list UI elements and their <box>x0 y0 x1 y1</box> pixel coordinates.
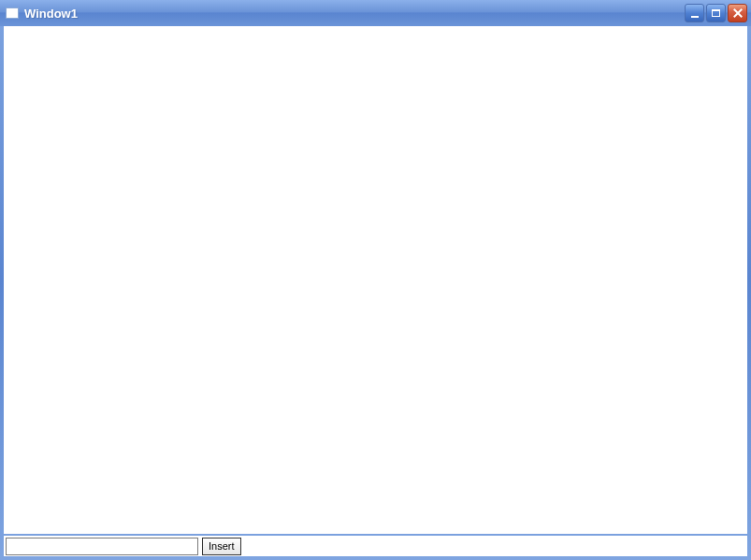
insert-button[interactable]: Insert <box>202 538 241 555</box>
client-area <box>4 26 747 534</box>
bottom-bar: Insert <box>4 536 747 556</box>
minimize-icon <box>691 16 699 18</box>
app-icon <box>6 7 19 19</box>
maximize-button[interactable] <box>706 4 726 22</box>
window-title: Window1 <box>24 7 685 21</box>
app-window: Window1 Insert <box>0 0 751 560</box>
insert-input[interactable] <box>6 538 198 555</box>
close-icon <box>732 7 744 19</box>
title-bar[interactable]: Window1 <box>0 0 751 26</box>
close-button[interactable] <box>728 4 747 22</box>
window-controls <box>685 4 747 22</box>
minimize-button[interactable] <box>685 4 704 22</box>
maximize-icon <box>712 9 720 17</box>
